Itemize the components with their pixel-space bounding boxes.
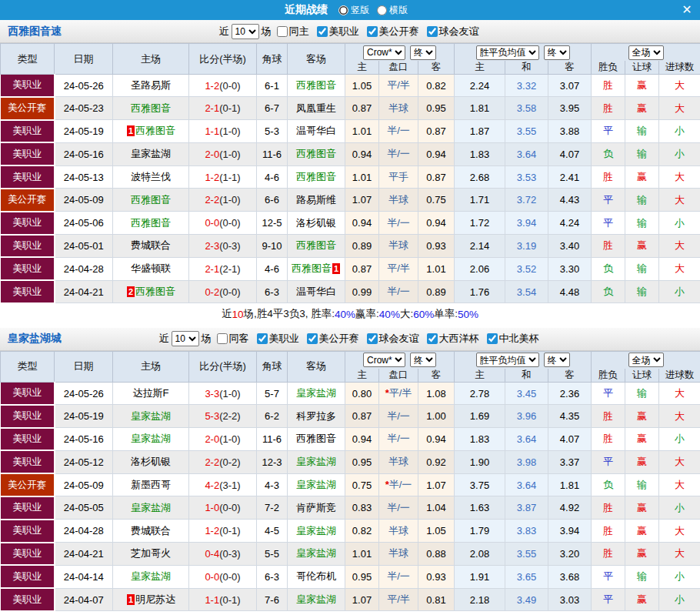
score-cell: 0-0(0-0)	[189, 212, 257, 235]
league-checkbox-0[interactable]	[257, 333, 268, 344]
close-icon[interactable]: ✕	[678, 2, 695, 18]
away-odds-cell: 0.94	[418, 212, 455, 235]
summary-segment: 40%	[335, 309, 355, 320]
away-odds-cell: 0.89	[418, 280, 455, 303]
layout-radio-vertical[interactable]	[338, 5, 348, 15]
same-venue-checkbox-label[interactable]: 同主	[274, 25, 309, 38]
outcome-cell: 平	[592, 189, 625, 212]
handicap-cell: 半/一	[379, 496, 418, 520]
league-checkbox-label-0[interactable]: 美职业	[254, 332, 299, 346]
avg-header: 胜平负均值终	[455, 351, 592, 369]
away-team-cell: 皇家盐湖	[288, 543, 345, 566]
away-team-cell: 温哥华白	[288, 280, 345, 303]
home-odds-cell: 0.82	[345, 520, 379, 543]
home-team-cell: 费城联合	[113, 235, 189, 258]
scope-select[interactable]: 全场	[628, 353, 664, 367]
date-cell: 24-05-06	[55, 212, 113, 235]
outcome-cell: 负	[592, 257, 625, 280]
team-name: 路易斯维	[296, 194, 336, 206]
avg-draw-cell: 3.32	[505, 75, 548, 97]
date-cell: 24-05-19	[55, 405, 113, 428]
league-checkbox-label-2[interactable]: 球会友谊	[424, 25, 479, 38]
league-type-badge: 美职业	[1, 212, 55, 235]
away-team-cell: 凤凰重生	[288, 97, 345, 120]
home-odds-cell: 1.07	[345, 588, 379, 611]
away-team-cell: 肯萨斯竞	[288, 496, 345, 520]
avg-select[interactable]: 胜平负均值	[476, 45, 539, 60]
goals-result-cell: 大	[659, 473, 700, 496]
league-checkbox-label-3[interactable]: 大西洋杯	[424, 332, 479, 346]
league-type-badge: 美职业	[1, 382, 55, 404]
handicap-result-cell: 输	[625, 212, 659, 235]
rank-badge: 1	[332, 263, 340, 274]
home-odds-cell: 1.01	[345, 543, 379, 566]
league-checkbox-2[interactable]	[427, 26, 438, 37]
col-header-3: 比分(半场)	[189, 351, 257, 382]
summary-line: 近10场,胜4平3负3, 胜率:40% 赢率:40% 大:60% 单率:50%	[0, 304, 700, 325]
date-cell: 24-05-13	[55, 165, 113, 189]
sub-header-0: 主	[345, 61, 379, 75]
league-checkbox-1[interactable]	[367, 26, 378, 37]
home-team-cell: 华盛顿联	[113, 257, 189, 280]
league-checkbox-label-1[interactable]: 美公开赛	[304, 332, 359, 346]
league-checkbox-label-1[interactable]: 美公开赛	[364, 25, 419, 38]
date-cell: 24-04-21	[55, 543, 113, 566]
layout-radio-horizontal[interactable]	[377, 5, 387, 15]
league-checkbox-4[interactable]	[487, 333, 498, 344]
avg-away-cell: 2.41	[548, 165, 592, 189]
team-name: 达拉斯F	[133, 387, 169, 399]
section-team-name: 皇家盐湖城	[8, 332, 62, 346]
score-cell: 5-3(2-2)	[189, 405, 257, 428]
outcome-cell: 平	[592, 382, 625, 404]
avg-away-cell: 3.68	[548, 565, 592, 588]
team-name: 哥伦布机	[296, 570, 336, 582]
avg-stage-select[interactable]: 终	[544, 353, 570, 367]
sub-header-5: 客	[548, 61, 592, 75]
layout-radio-vertical-label[interactable]: 竖版	[338, 4, 369, 17]
handicap-cell: 平/半	[379, 75, 418, 97]
away-odds-cell: 0.82	[418, 75, 455, 97]
avg-home-cell: 1.83	[455, 428, 505, 451]
league-checkbox-3[interactable]	[427, 333, 438, 344]
league-checkbox-1[interactable]	[307, 333, 318, 344]
date-cell: 24-05-16	[55, 142, 113, 165]
corners-cell: 5-7	[257, 382, 288, 404]
near-label: 近	[159, 332, 169, 346]
scope-select[interactable]: 全场	[628, 45, 664, 60]
table-row: 美职业24-05-05皇家盐湖1-0(0-0)7-2肯萨斯竞0.83半/一1.0…	[1, 496, 700, 520]
sub-header-1: 盘口	[379, 369, 418, 383]
bookmaker-select[interactable]: Crow*	[363, 353, 405, 367]
avg-home-cell: 1.71	[455, 189, 505, 212]
team-name: 西雅图音	[296, 171, 336, 182]
handicap-cell: 半/一	[379, 142, 418, 165]
handicap-result-cell: 输	[625, 120, 659, 143]
avg-draw-cell: 3.49	[505, 588, 548, 611]
odds-stage-select[interactable]: 终	[410, 353, 436, 367]
league-checkbox-label-4[interactable]: 中北美杯	[484, 332, 539, 346]
team-name: 费城联合	[131, 239, 171, 251]
corners-cell: 11-6	[257, 142, 288, 165]
away-odds-cell: 0.95	[418, 97, 455, 120]
team-name: 西雅图音	[131, 194, 171, 206]
layout-radio-horizontal-label[interactable]: 横版	[377, 4, 408, 17]
league-checkbox-0[interactable]	[317, 26, 328, 37]
league-checkbox-label-0[interactable]: 美职业	[314, 25, 359, 38]
handicap-cell: 半球	[379, 520, 418, 543]
league-type-badge: 美职业	[1, 543, 55, 566]
league-checkbox-2[interactable]	[367, 333, 378, 344]
games-label: 场	[202, 332, 212, 346]
same-venue-checkbox[interactable]	[277, 26, 288, 37]
avg-home-cell: 2.06	[455, 257, 505, 280]
league-checkbox-label-2[interactable]: 球会友谊	[364, 332, 419, 346]
odds-stage-select[interactable]: 终	[410, 45, 436, 60]
bookmaker-select[interactable]: Crow*	[363, 45, 405, 60]
avg-select[interactable]: 胜平负均值	[476, 353, 539, 367]
same-venue-checkbox-label[interactable]: 同客	[214, 332, 249, 346]
games-count-select[interactable]: 10	[232, 24, 259, 39]
avg-stage-select[interactable]: 终	[544, 45, 570, 60]
near-label: 近	[219, 25, 229, 38]
score-cell: 0-0(0-0)	[189, 565, 257, 588]
same-venue-checkbox[interactable]	[217, 333, 228, 344]
games-count-select[interactable]: 10	[172, 331, 199, 346]
home-odds-cell: 1.05	[345, 75, 379, 97]
